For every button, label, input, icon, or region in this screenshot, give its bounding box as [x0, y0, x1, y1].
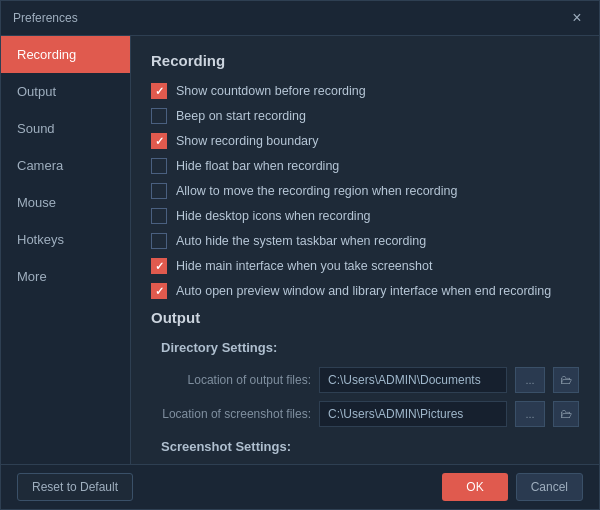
- checkbox-label-taskbar: Auto hide the system taskbar when record…: [176, 234, 426, 248]
- checkbox-autopreview[interactable]: [151, 283, 167, 299]
- folder-icon: 🗁: [560, 373, 572, 387]
- checkbox-row-autopreview: Auto open preview window and library int…: [151, 283, 579, 299]
- checkbox-boundary[interactable]: [151, 133, 167, 149]
- sidebar-item-mouse[interactable]: Mouse: [1, 184, 130, 221]
- checkbox-label-countdown: Show countdown before recording: [176, 84, 366, 98]
- checkbox-label-floatbar: Hide float bar when recording: [176, 159, 339, 173]
- main-content: Recording Output Sound Camera Mouse Hotk…: [1, 36, 599, 464]
- sidebar-item-recording[interactable]: Recording: [1, 36, 130, 73]
- checkbox-row-maininterface: Hide main interface when you take screen…: [151, 258, 579, 274]
- sidebar-item-output[interactable]: Output: [1, 73, 130, 110]
- footer: Reset to Default OK Cancel: [1, 464, 599, 509]
- checkbox-maininterface[interactable]: [151, 258, 167, 274]
- checkbox-row-moveregion: Allow to move the recording region when …: [151, 183, 579, 199]
- checkbox-row-beep: Beep on start recording: [151, 108, 579, 124]
- sidebar-item-camera[interactable]: Camera: [1, 147, 130, 184]
- checkbox-row-floatbar: Hide float bar when recording: [151, 158, 579, 174]
- close-button[interactable]: ×: [567, 8, 587, 28]
- checkbox-label-autopreview: Auto open preview window and library int…: [176, 284, 551, 298]
- folder-icon-2: 🗁: [560, 407, 572, 421]
- sidebar-item-more[interactable]: More: [1, 258, 130, 295]
- screenshot-files-folder-button[interactable]: 🗁: [553, 401, 579, 427]
- output-files-label: Location of output files:: [151, 373, 311, 387]
- recording-section-title: Recording: [151, 52, 579, 69]
- sidebar-item-sound[interactable]: Sound: [1, 110, 130, 147]
- checkbox-label-beep: Beep on start recording: [176, 109, 306, 123]
- screenshot-files-browse-button[interactable]: ...: [515, 401, 545, 427]
- directory-settings-title: Directory Settings:: [161, 340, 579, 355]
- output-files-folder-button[interactable]: 🗁: [553, 367, 579, 393]
- checkbox-row-taskbar: Auto hide the system taskbar when record…: [151, 233, 579, 249]
- output-files-input[interactable]: [319, 367, 507, 393]
- output-files-row: Location of output files: ... 🗁: [151, 367, 579, 393]
- title-bar: Preferences ×: [1, 1, 599, 36]
- screenshot-files-input[interactable]: [319, 401, 507, 427]
- checkbox-row-boundary: Show recording boundary: [151, 133, 579, 149]
- reset-to-default-button[interactable]: Reset to Default: [17, 473, 133, 501]
- content-area: Recording Show countdown before recordin…: [131, 36, 599, 464]
- screenshot-files-label: Location of screenshot files:: [151, 407, 311, 421]
- checkbox-label-maininterface: Hide main interface when you take screen…: [176, 259, 432, 273]
- preferences-dialog: Preferences × Recording Output Sound Cam…: [0, 0, 600, 510]
- checkbox-row-desktopicons: Hide desktop icons when recording: [151, 208, 579, 224]
- output-section: Output Directory Settings: Location of o…: [151, 309, 579, 464]
- sidebar-item-hotkeys[interactable]: Hotkeys: [1, 221, 130, 258]
- output-files-browse-button[interactable]: ...: [515, 367, 545, 393]
- screenshot-settings-title: Screenshot Settings:: [161, 439, 579, 454]
- checkbox-desktopicons[interactable]: [151, 208, 167, 224]
- footer-actions: OK Cancel: [442, 473, 583, 501]
- checkbox-label-moveregion: Allow to move the recording region when …: [176, 184, 457, 198]
- dialog-title: Preferences: [13, 11, 78, 25]
- checkbox-floatbar[interactable]: [151, 158, 167, 174]
- checkbox-taskbar[interactable]: [151, 233, 167, 249]
- ok-button[interactable]: OK: [442, 473, 507, 501]
- checkbox-label-desktopicons: Hide desktop icons when recording: [176, 209, 371, 223]
- cancel-button[interactable]: Cancel: [516, 473, 583, 501]
- checkbox-row-countdown: Show countdown before recording: [151, 83, 579, 99]
- screenshot-files-row: Location of screenshot files: ... 🗁: [151, 401, 579, 427]
- checkbox-label-boundary: Show recording boundary: [176, 134, 318, 148]
- checkbox-countdown[interactable]: [151, 83, 167, 99]
- sidebar: Recording Output Sound Camera Mouse Hotk…: [1, 36, 131, 464]
- checkbox-moveregion[interactable]: [151, 183, 167, 199]
- checkbox-beep[interactable]: [151, 108, 167, 124]
- output-section-title: Output: [151, 309, 579, 326]
